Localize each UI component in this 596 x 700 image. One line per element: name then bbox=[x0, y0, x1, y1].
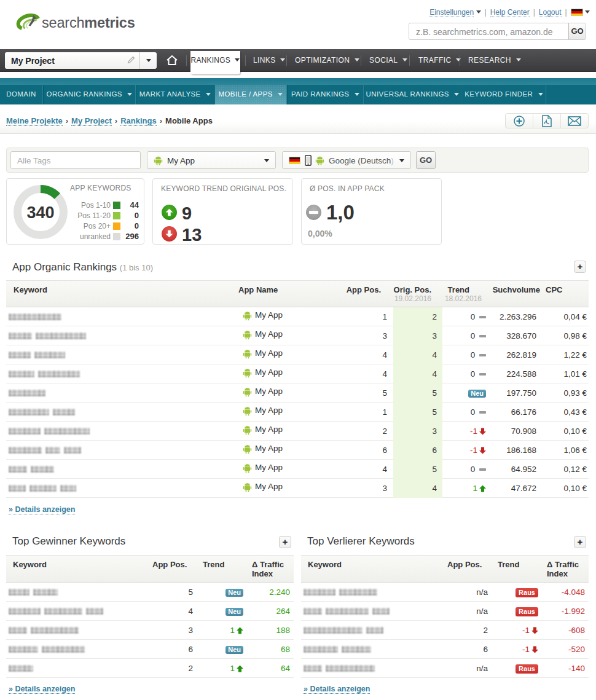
svg-text:340: 340 bbox=[26, 203, 54, 222]
svg-text:searchmetrics: searchmetrics bbox=[42, 15, 135, 31]
